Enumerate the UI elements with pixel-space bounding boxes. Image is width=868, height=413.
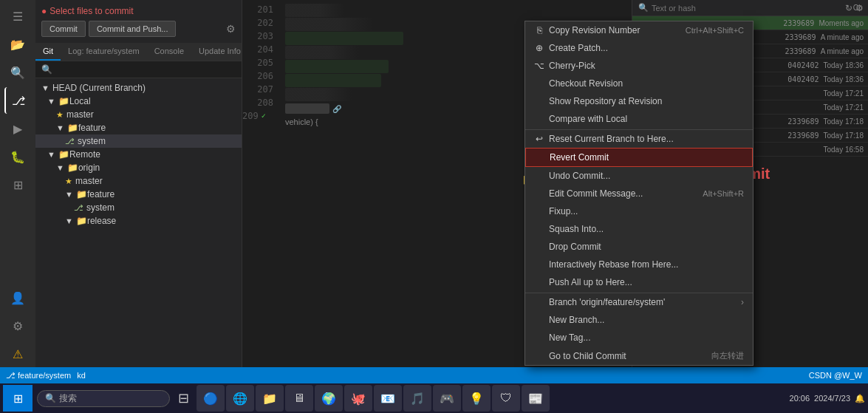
tree-local[interactable]: ▼ 📁 Local bbox=[35, 95, 242, 108]
ctx-checkout-revision[interactable]: Checkout Revision bbox=[525, 75, 753, 92]
ctx-new-branch[interactable]: New Branch... bbox=[525, 311, 753, 329]
taskbar-app-vscode[interactable]: 🔵 bbox=[197, 385, 225, 412]
star-icon: ★ bbox=[56, 110, 64, 120]
taskbar-app-idea[interactable]: 💡 bbox=[462, 385, 491, 412]
ctx-branch-origin[interactable]: Branch 'origin/feature/system' › bbox=[525, 293, 753, 311]
taskbar-app-terminal[interactable]: 🖥 bbox=[285, 385, 313, 412]
search-input[interactable] bbox=[55, 65, 236, 74]
tree-label: HEAD (Current Branch) bbox=[52, 83, 146, 93]
tree-label: origin bbox=[78, 163, 100, 173]
ctx-undo-commit[interactable]: Undo Commit... bbox=[525, 167, 753, 185]
tree-feature[interactable]: ▼ 📁 feature bbox=[35, 121, 242, 134]
git-activity-icon[interactable]: ⎇ bbox=[4, 87, 31, 114]
search-activity-icon[interactable]: 🔍 bbox=[4, 59, 31, 86]
tab-log[interactable]: Log: feature/system bbox=[61, 43, 147, 61]
tree-label: feature bbox=[87, 189, 115, 199]
expand-icon: ▼ bbox=[41, 83, 49, 92]
ctx-cherry-pick[interactable]: ⌥ Cherry-Pick bbox=[525, 57, 753, 75]
tree-label: feature bbox=[78, 123, 106, 133]
explorer-icon[interactable]: 📂 bbox=[4, 31, 31, 58]
tree-origin[interactable]: ▼ 📁 origin bbox=[35, 161, 242, 174]
tab-update-info[interactable]: Update Info: 2024/7/23 20:06 bbox=[191, 43, 242, 61]
commit-hash: 0402402 bbox=[787, 61, 819, 69]
tree-label: Local bbox=[69, 96, 91, 106]
taskbar-date: 2024/7/23 bbox=[814, 394, 850, 403]
line-num: 209 ✓ bbox=[242, 109, 273, 123]
activity-bar: ☰ 📂 🔍 ⎇ ▶ 🐛 ⊞ 👤 ⚙ ⚠ bbox=[0, 0, 35, 367]
settings-activity-icon[interactable]: ⚙ bbox=[4, 313, 31, 339]
tree-system-branch[interactable]: ⎇ system bbox=[35, 134, 242, 148]
taskbar-view-icon[interactable]: ⊟ bbox=[171, 386, 195, 410]
csdn-label: CSDN @W_W bbox=[809, 371, 862, 380]
status-bar: ⎇ feature/system kd CSDN @W_W bbox=[0, 367, 868, 383]
commit-button[interactable]: Commit bbox=[41, 21, 86, 37]
ctx-fixup[interactable]: Fixup... bbox=[525, 202, 753, 220]
menu-icon[interactable]: ☰ bbox=[4, 3, 31, 30]
commit-time: Today 17:18 bbox=[824, 132, 864, 140]
start-button[interactable]: ⊞ bbox=[3, 385, 33, 412]
refresh-icon[interactable]: ↻ bbox=[845, 3, 852, 13]
tree-master[interactable]: ★ master bbox=[35, 108, 242, 121]
taskbar-app-news[interactable]: 📰 bbox=[522, 385, 550, 412]
ctx-squash-into[interactable]: Squash Into... bbox=[525, 220, 753, 238]
run-activity-icon[interactable]: ▶ bbox=[4, 115, 31, 142]
taskbar-app-explorer[interactable]: 📁 bbox=[256, 385, 284, 412]
taskbar-app-browser[interactable]: 🌐 bbox=[226, 385, 254, 412]
taskbar-app-game[interactable]: 🎮 bbox=[433, 385, 461, 412]
sidebar: ● Select files to commit Commit Commit a… bbox=[35, 0, 242, 367]
ctx-push-all[interactable]: Push All up to Here... bbox=[525, 273, 753, 291]
ctx-new-tag[interactable]: New Tag... bbox=[525, 329, 753, 347]
line-num: 201 bbox=[242, 3, 273, 16]
expand-icon: ▼ bbox=[65, 216, 73, 225]
commit-search-input[interactable] bbox=[652, 4, 845, 13]
expand-icon: ▼ bbox=[56, 163, 64, 172]
debug-activity-icon[interactable]: 🐛 bbox=[4, 143, 31, 170]
tree-remote-release[interactable]: ▼ 📁 release bbox=[35, 214, 242, 228]
commit-hash: 2339689 bbox=[787, 132, 819, 140]
line-num: 203 bbox=[242, 30, 273, 43]
commit-time: A minute ago bbox=[821, 33, 864, 41]
commit-push-button[interactable]: Commit and Push... bbox=[89, 21, 177, 37]
tree-head[interactable]: ▼ HEAD (Current Branch) bbox=[35, 81, 242, 95]
settings-icon[interactable]: ⚙ bbox=[855, 3, 864, 13]
taskbar-app-chrome[interactable]: 🌍 bbox=[315, 385, 343, 412]
tree-remote[interactable]: ▼ 📁 Remote bbox=[35, 148, 242, 161]
commit-hash: 2339689 bbox=[783, 19, 814, 27]
ctx-reset-branch[interactable]: ↩ Reset Current Branch to Here... bbox=[525, 129, 753, 148]
commit-hash: 0402402 bbox=[787, 75, 819, 83]
tree-remote-master[interactable]: ★ master bbox=[35, 174, 242, 188]
ctx-interactive-rebase[interactable]: Interactively Rebase from Here... bbox=[525, 256, 753, 273]
taskbar-app-git[interactable]: 🐙 bbox=[344, 385, 372, 412]
ctx-copy-revision[interactable]: ⎘ Copy Revision Number Ctrl+Alt+Shift+C bbox=[525, 21, 753, 39]
status-left: kd bbox=[77, 371, 86, 380]
extensions-activity-icon[interactable]: ⊞ bbox=[4, 171, 31, 198]
tab-git[interactable]: Git bbox=[35, 43, 61, 61]
commit-time: Today 18:36 bbox=[824, 75, 864, 83]
cherry-icon: ⌥ bbox=[534, 61, 544, 71]
ctx-goto-child[interactable]: Go to Child Commit 向左转进 bbox=[525, 347, 753, 365]
taskbar-app-mail[interactable]: 📧 bbox=[374, 385, 402, 412]
taskbar-search[interactable]: 🔍 搜索 bbox=[37, 390, 170, 407]
git-tree: ▼ HEAD (Current Branch) ▼ 📁 Local ★ mast… bbox=[35, 78, 242, 367]
ctx-revert-commit[interactable]: Revert Commit bbox=[525, 148, 753, 167]
tab-console[interactable]: Console bbox=[147, 43, 191, 61]
taskbar-notification[interactable]: 🔔 bbox=[855, 394, 865, 403]
ctx-create-patch[interactable]: ⊕ Create Patch... bbox=[525, 39, 753, 57]
ctx-edit-commit-msg[interactable]: Edit Commit Message... Alt+Shift+R bbox=[525, 185, 753, 202]
commit-search-header: 🔍 · Cc bbox=[632, 0, 868, 16]
account-activity-icon[interactable]: 👤 bbox=[4, 284, 31, 311]
ctx-show-repo[interactable]: Show Repository at Revision bbox=[525, 92, 753, 110]
copy-icon: ⎘ bbox=[534, 25, 544, 35]
tree-remote-system[interactable]: ⎇ system bbox=[35, 201, 242, 214]
settings-gear-icon[interactable]: ⚙ bbox=[226, 23, 236, 35]
folder-icon: 📁 bbox=[76, 216, 87, 226]
folder-icon: 📁 bbox=[67, 123, 78, 133]
taskbar-app-music[interactable]: 🎵 bbox=[403, 385, 431, 412]
tree-remote-feature[interactable]: ▼ 📁 feature bbox=[35, 188, 242, 201]
commit-time: Moments ago bbox=[819, 19, 864, 27]
commit-warning-text: Select files to commit bbox=[49, 6, 133, 16]
ctx-drop-commit[interactable]: Drop Commit bbox=[525, 238, 753, 256]
taskbar-app-shield[interactable]: 🛡 bbox=[492, 385, 520, 412]
ctx-compare-local[interactable]: Compare with Local bbox=[525, 110, 753, 128]
warning-activity-icon[interactable]: ⚠ bbox=[4, 341, 31, 367]
